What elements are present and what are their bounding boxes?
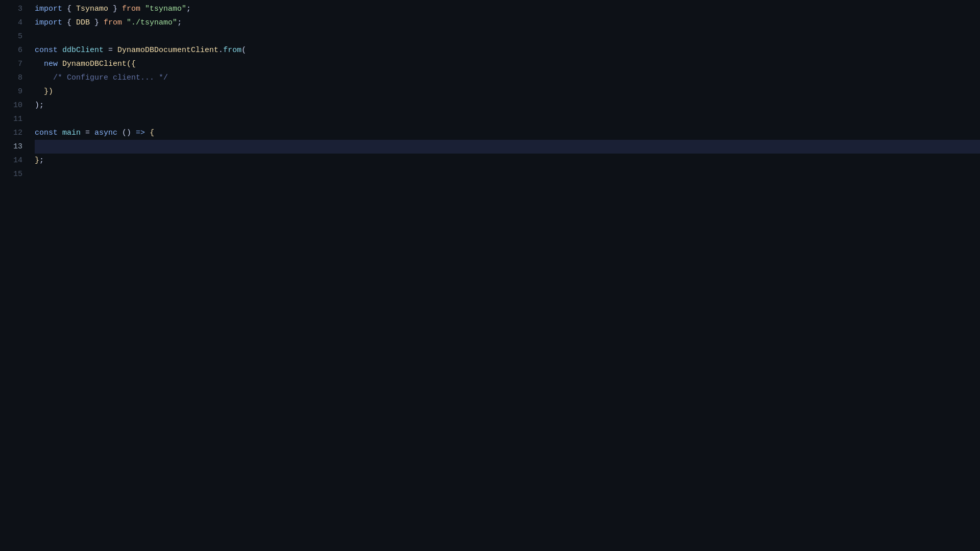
code-line-11 (35, 112, 980, 126)
code-line-10: ); (35, 98, 980, 112)
code-line-13 (35, 140, 980, 154)
code-line-6: const ddbClient = DynamoDBDocumentClient… (35, 43, 980, 57)
code-line-14: }; (35, 154, 980, 167)
line-number-12: 12 (8, 126, 22, 140)
line-number-9: 9 (8, 85, 22, 98)
line-number-11: 11 (8, 112, 22, 126)
code-content[interactable]: import { Tsynamo } from "tsynamo";import… (31, 2, 980, 551)
code-line-4: import { DDB } from "./tsynamo"; (35, 16, 980, 30)
code-line-5 (35, 30, 980, 43)
line-number-13: 13 (8, 140, 22, 154)
line-number-6: 6 (8, 43, 22, 57)
code-line-15 (35, 167, 980, 181)
code-line-12: const main = async () => { (35, 126, 980, 140)
code-line-8: /* Configure client... */ (35, 71, 980, 85)
line-number-4: 4 (8, 16, 22, 30)
line-number-10: 10 (8, 98, 22, 112)
line-number-15: 15 (8, 167, 22, 181)
line-number-7: 7 (8, 57, 22, 71)
code-line-3: import { Tsynamo } from "tsynamo"; (35, 2, 980, 16)
code-editor: 3456789101112131415 import { Tsynamo } f… (0, 0, 980, 551)
line-number-8: 8 (8, 71, 22, 85)
line-number-14: 14 (8, 154, 22, 167)
line-number-3: 3 (8, 2, 22, 16)
line-numbers: 3456789101112131415 (0, 2, 31, 551)
line-number-5: 5 (8, 30, 22, 43)
code-line-7: new DynamoDBClient({ (35, 57, 980, 71)
code-line-9: }) (35, 85, 980, 98)
